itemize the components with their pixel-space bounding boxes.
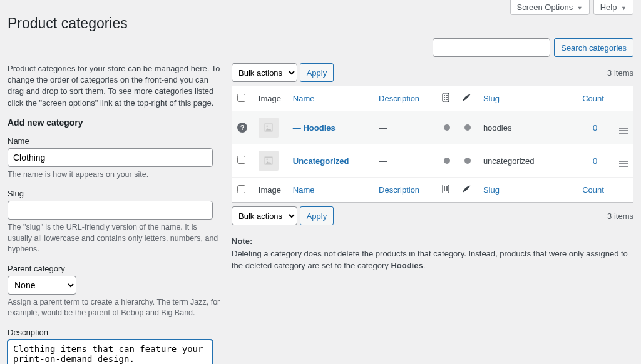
col-image: Image [254,86,288,111]
select-all-bottom-checkbox[interactable] [237,185,245,193]
col-name[interactable]: Name [293,94,315,103]
name-help: The name is how it appears on your site. [8,169,220,181]
row-actions-icon[interactable] [619,161,628,167]
svg-point-12 [444,186,445,188]
note-bold: Hoodies [391,261,423,270]
info-icon: ? [237,123,247,133]
svg-rect-11 [443,185,449,193]
col-slug[interactable]: Slug [483,94,500,103]
help-button[interactable]: Help ▼ [593,0,633,15]
category-description: — [374,111,437,144]
note-section: Note: Deleting a category does not delet… [232,235,633,272]
intro-text: Product categories for your store can be… [8,63,220,109]
parent-label: Parent category [8,264,220,273]
col-count[interactable]: Count [582,94,604,103]
note-label: Note: [232,236,252,246]
svg-point-15 [446,188,448,190]
row-actions-icon[interactable] [619,128,628,134]
category-slug: hoodies [478,111,577,144]
svg-point-17 [446,190,448,191]
placeholder-image-icon [259,151,279,171]
svg-point-13 [446,186,448,188]
placeholder-image-icon [259,118,279,138]
col-description[interactable]: Description [379,94,419,103]
svg-point-2 [446,95,448,96]
svg-rect-0 [443,93,449,102]
category-description: — [374,144,437,178]
screen-options-button[interactable]: Screen Options ▼ [510,0,590,15]
category-name-link[interactable]: Uncategorized [293,156,349,166]
svg-point-10 [266,159,267,160]
col-description-foot[interactable]: Description [379,185,419,195]
drag-handle-icon [442,93,449,102]
svg-point-16 [444,190,445,191]
col-slug-foot[interactable]: Slug [483,185,500,195]
status-dot [444,158,450,164]
note-text: Deleting a category does not delete the … [232,249,628,271]
page-title: Product categories [0,15,641,38]
status-dot [444,124,450,131]
col-image-foot: Image [254,178,288,203]
svg-point-3 [444,97,445,98]
feather-icon [462,184,472,194]
slug-input[interactable] [8,201,213,220]
screen-options-label: Screen Options [517,3,573,12]
slug-label: Slug [8,189,220,198]
parent-help: Assign a parent term to create a hierarc… [8,297,220,319]
search-input[interactable] [433,38,550,57]
col-name-foot[interactable]: Name [293,185,315,195]
feather-icon [462,93,472,103]
chevron-down-icon: ▼ [621,5,627,11]
row-checkbox[interactable] [237,156,245,164]
svg-point-14 [444,188,445,190]
description-label: Description [8,328,220,337]
item-count-bottom: 3 items [607,211,633,221]
item-count-top: 3 items [607,68,633,78]
drag-handle-icon [442,185,449,193]
col-count-foot[interactable]: Count [582,185,604,195]
select-all-top-checkbox[interactable] [237,94,245,102]
apply-top-button[interactable]: Apply [300,63,334,82]
note-text2: . [423,261,426,270]
svg-point-1 [444,95,445,96]
name-label: Name [8,136,220,146]
add-category-heading: Add new category [8,118,220,128]
svg-point-8 [266,126,267,127]
category-count-link[interactable]: 0 [593,123,597,133]
chevron-down-icon: ▼ [577,5,583,11]
help-label: Help [600,3,617,12]
slug-help: The "slug" is the URL-friendly version o… [8,222,220,255]
category-name-link[interactable]: — Hoodies [293,123,336,133]
bulk-actions-top-select[interactable]: Bulk actions [232,63,297,82]
status-dot [464,124,471,131]
parent-select[interactable]: None [8,276,76,295]
search-categories-button[interactable]: Search categories [554,38,633,57]
status-dot [464,158,471,164]
description-textarea[interactable]: Clothing items that can feature your pri… [8,340,213,364]
category-count-link[interactable]: 0 [593,156,597,166]
svg-point-4 [446,97,448,98]
bulk-actions-bottom-select[interactable]: Bulk actions [232,206,297,225]
svg-point-5 [444,99,445,100]
svg-point-6 [446,99,448,100]
category-slug: uncategorized [478,144,577,178]
name-input[interactable] [8,148,213,167]
apply-bottom-button[interactable]: Apply [300,206,334,225]
